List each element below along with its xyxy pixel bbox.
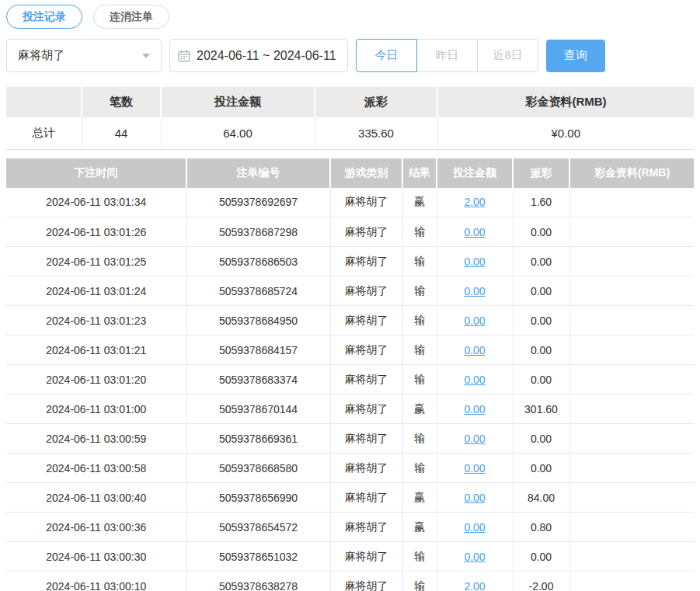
table-row: 2024-06-11 03:01:265059378687298麻将胡了输0.0… bbox=[6, 217, 694, 247]
cell-bet-amount: 0.00 bbox=[437, 395, 513, 424]
bet-amount-link[interactable]: 0.00 bbox=[464, 344, 485, 356]
cell-bet-amount: 0.00 bbox=[437, 542, 513, 572]
cell-order-id: 5059378668580 bbox=[186, 454, 330, 483]
table-row: 2024-06-11 03:01:345059378692697麻将胡了赢2.0… bbox=[6, 188, 694, 217]
bet-amount-link[interactable]: 2.00 bbox=[464, 580, 485, 591]
cell-bet-time: 2024-06-11 03:00:10 bbox=[6, 572, 186, 591]
bet-amount-link[interactable]: 0.00 bbox=[464, 462, 485, 475]
cell-payout: 0.00 bbox=[513, 247, 569, 276]
cell-bonus bbox=[569, 188, 694, 217]
cell-bonus bbox=[569, 276, 694, 306]
last-8-days-button[interactable]: 近8日 bbox=[477, 39, 538, 72]
bet-amount-link[interactable]: 0.00 bbox=[464, 256, 485, 268]
cell-game-type: 麻将胡了 bbox=[330, 454, 402, 483]
summary-total-count: 44 bbox=[82, 117, 161, 149]
bet-amount-link[interactable]: 2.00 bbox=[464, 196, 485, 208]
cell-payout: 0.00 bbox=[513, 454, 569, 483]
cell-bonus bbox=[569, 247, 694, 276]
bet-amount-link[interactable]: 0.00 bbox=[464, 433, 485, 445]
cell-bet-time: 2024-06-11 03:00:30 bbox=[6, 542, 186, 572]
summary-total-payout: 335.60 bbox=[315, 117, 437, 149]
date-range-value: 2024-06-11 ~ 2024-06-11 bbox=[197, 49, 336, 63]
table-row: 2024-06-11 03:01:255059378686503麻将胡了输0.0… bbox=[6, 247, 694, 276]
tab-bet-records[interactable]: 投注记录 bbox=[6, 5, 82, 29]
cell-order-id: 5059378692697 bbox=[186, 188, 330, 217]
cell-game-type: 麻将胡了 bbox=[330, 483, 402, 513]
cell-bet-amount: 2.00 bbox=[437, 188, 513, 217]
cell-game-type: 麻将胡了 bbox=[330, 188, 402, 217]
cell-result: 赢 bbox=[402, 513, 437, 542]
summary-header-count: 笔数 bbox=[82, 87, 161, 117]
cell-game-type: 麻将胡了 bbox=[330, 395, 402, 424]
cell-result: 输 bbox=[402, 572, 437, 591]
bet-amount-link[interactable]: 0.00 bbox=[464, 521, 485, 534]
cell-bonus bbox=[569, 365, 694, 395]
cell-bonus bbox=[569, 542, 694, 572]
tab-cancelled-orders[interactable]: 连消注单 bbox=[93, 5, 169, 29]
tabs: 投注记录 连消注单 bbox=[6, 5, 694, 29]
cell-bet-time: 2024-06-11 03:00:59 bbox=[6, 424, 186, 454]
bet-amount-link[interactable]: 0.00 bbox=[464, 226, 485, 238]
bet-amount-link[interactable]: 0.00 bbox=[464, 492, 485, 504]
cell-result: 输 bbox=[402, 247, 437, 276]
cell-bet-time: 2024-06-11 03:01:25 bbox=[6, 247, 186, 276]
summary-header-bet-amount: 投注金额 bbox=[161, 87, 315, 117]
summary-header-row: 笔数 投注金额 派彩 彩金资料(RMB) bbox=[6, 87, 694, 117]
cell-bet-amount: 0.00 bbox=[437, 365, 513, 395]
cell-order-id: 5059378684157 bbox=[186, 335, 330, 365]
date-range-input[interactable]: 2024-06-11 ~ 2024-06-11 bbox=[169, 39, 348, 72]
table-row: 2024-06-11 03:00:365059378654572麻将胡了赢0.0… bbox=[6, 513, 694, 542]
cell-order-id: 5059378687298 bbox=[186, 217, 330, 247]
bet-amount-link[interactable]: 0.00 bbox=[464, 403, 485, 415]
cell-bonus bbox=[569, 454, 694, 483]
table-row: 2024-06-11 03:01:005059378670144麻将胡了赢0.0… bbox=[6, 395, 694, 424]
bet-records-page: 投注记录 连消注单 麻将胡了 2024-06-11 ~ 2024-06-11 今… bbox=[0, 0, 700, 591]
query-button[interactable]: 查询 bbox=[546, 40, 605, 72]
cell-payout: 0.00 bbox=[513, 335, 569, 365]
cell-order-id: 5059378638278 bbox=[186, 572, 330, 591]
summary-table: 笔数 投注金额 派彩 彩金资料(RMB) 总计 44 64.00 335.60 … bbox=[6, 87, 694, 150]
cell-payout: 0.00 bbox=[513, 306, 569, 335]
today-button[interactable]: 今日 bbox=[356, 39, 417, 72]
cell-result: 赢 bbox=[402, 188, 437, 217]
bet-amount-link[interactable]: 0.00 bbox=[464, 315, 485, 327]
cell-game-type: 麻将胡了 bbox=[330, 247, 402, 276]
table-row: 2024-06-11 03:00:105059378638278麻将胡了输2.0… bbox=[6, 572, 694, 591]
calendar-icon bbox=[178, 50, 190, 62]
chevron-down-icon bbox=[142, 54, 150, 58]
table-row: 2024-06-11 03:00:595059378669361麻将胡了输0.0… bbox=[6, 424, 694, 454]
header-bet-amount: 投注金额 bbox=[437, 158, 513, 188]
cell-payout: 0.00 bbox=[513, 424, 569, 454]
summary-total-label: 总计 bbox=[6, 117, 82, 149]
cell-bet-amount: 2.00 bbox=[437, 572, 513, 591]
cell-payout: 0.00 bbox=[513, 276, 569, 306]
records-header-row: 下注时间 注单编号 游戏类别 结果 投注金额 派彩 彩金资料(RMB) bbox=[6, 158, 694, 188]
cell-bet-time: 2024-06-11 03:01:23 bbox=[6, 306, 186, 335]
cell-bet-amount: 0.00 bbox=[437, 424, 513, 454]
cell-result: 输 bbox=[402, 276, 437, 306]
cell-bet-time: 2024-06-11 03:01:34 bbox=[6, 188, 186, 217]
table-row: 2024-06-11 03:01:215059378684157麻将胡了输0.0… bbox=[6, 335, 694, 365]
game-select[interactable]: 麻将胡了 bbox=[6, 39, 162, 72]
cell-bonus bbox=[569, 572, 694, 591]
cell-payout: -2.00 bbox=[513, 572, 569, 591]
cell-bonus bbox=[569, 395, 694, 424]
bet-amount-link[interactable]: 0.00 bbox=[464, 285, 485, 297]
bet-amount-link[interactable]: 0.00 bbox=[464, 374, 485, 386]
cell-game-type: 麻将胡了 bbox=[330, 542, 402, 572]
cell-result: 输 bbox=[402, 306, 437, 335]
cell-game-type: 麻将胡了 bbox=[330, 365, 402, 395]
header-payout: 派彩 bbox=[513, 158, 569, 188]
cell-order-id: 5059378683374 bbox=[186, 365, 330, 395]
summary-total-bet-amount: 64.00 bbox=[161, 117, 315, 149]
cell-payout: 1.60 bbox=[513, 188, 569, 217]
bet-amount-link[interactable]: 0.00 bbox=[464, 551, 485, 563]
summary-total-row: 总计 44 64.00 335.60 ¥0.00 bbox=[6, 117, 694, 149]
cell-bonus bbox=[569, 513, 694, 542]
cell-bet-time: 2024-06-11 03:00:40 bbox=[6, 483, 186, 513]
cell-payout: 84.00 bbox=[513, 483, 569, 513]
yesterday-button[interactable]: 昨日 bbox=[416, 39, 478, 72]
table-row: 2024-06-11 03:01:205059378683374麻将胡了输0.0… bbox=[6, 365, 694, 395]
game-select-value: 麻将胡了 bbox=[18, 48, 64, 63]
cell-bet-time: 2024-06-11 03:01:24 bbox=[6, 276, 186, 306]
